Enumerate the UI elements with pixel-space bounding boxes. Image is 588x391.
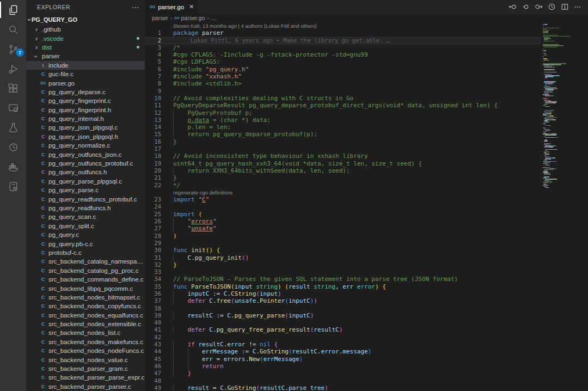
tree-item-src-backend-nodes-list-c[interactable]: Csrc_backend_nodes_list.c — [26, 328, 145, 337]
tree-item-src-backend-nodes-equalfuncs-c[interactable]: Csrc_backend_nodes_equalfuncs.c — [26, 311, 145, 320]
code-line-11[interactable]: 11PgQueryDeparseResult pg_query_deparse_… — [145, 102, 541, 109]
tree-item-pg-query-c[interactable]: Cpg_query.c — [26, 230, 145, 239]
tree-item--github[interactable]: ›.github — [26, 25, 145, 34]
code-line-20[interactable]: 20 return XXH3_64bits_withSeed(data, len… — [145, 167, 541, 174]
tree-item-pg-query-readfuncs-h[interactable]: Cpg_query_readfuncs.h — [26, 204, 145, 212]
code-line-44[interactable]: 44 errMessage := C.GoString(resultC.erro… — [145, 348, 541, 355]
open-changes-icon[interactable] — [522, 3, 530, 11]
tree-item-src-backend-nodes-extensible-c[interactable]: Csrc_backend_nodes_extensible.c — [26, 320, 145, 328]
tree-item-pg-query-parse-c[interactable]: Cpg_query_parse.c — [26, 186, 145, 194]
code-line-38[interactable]: 38 — [145, 305, 541, 312]
code-line-36[interactable]: 36 inputC := C.CString(input) — [145, 290, 541, 297]
code-line-34[interactable]: 34// ParseToJSON - Parses the given SQL … — [145, 276, 541, 283]
tree-item-pg-query-internal-h[interactable]: Cpg_query_internal.h — [26, 114, 145, 123]
code-line-6[interactable]: 6#include "pg_query.h" — [145, 66, 541, 73]
code-line-13[interactable]: 13 p.data = (char *) data; — [145, 117, 541, 124]
code-line-49[interactable]: 49 result = C.GoString(resultC.parse_tre… — [145, 384, 541, 391]
gitlens-icon[interactable] — [0, 137, 26, 157]
tree-item-src-backend-nodes-value-c[interactable]: Csrc_backend_nodes_value.c — [26, 355, 145, 364]
tree-item-src-backend-nodes-makefuncs-c[interactable]: Csrc_backend_nodes_makefuncs.c — [26, 338, 145, 346]
workspace-section-header[interactable]: › PG_QUERY_GO — [26, 14, 145, 25]
more-actions-icon[interactable]: ⋯ — [574, 3, 581, 11]
tree-item-pg-query-outfuncs-protobuf-c[interactable]: Cpg_query_outfuncs_protobuf.c — [26, 159, 145, 168]
code-line-9[interactable]: 9 — [145, 88, 541, 95]
remote-explorer-icon[interactable] — [0, 98, 26, 118]
extensions-icon[interactable] — [0, 78, 26, 98]
code-area[interactable]: Steven Kalt, 13 months ago | 4 authors (… — [145, 22, 541, 391]
tree-item-parser-go[interactable]: GOparser.go — [26, 78, 145, 87]
code-line-28[interactable]: 28) — [145, 233, 541, 240]
code-line-21[interactable]: 21} — [145, 174, 541, 181]
breadcrumb-item[interactable]: GOparser.go — [174, 15, 205, 21]
tree-item-pg-query-json-plpgsql-h[interactable]: Cpg_query_json_plpgsql.h — [26, 132, 145, 141]
tree-item-pg-query-deparse-c[interactable]: Cpg_query_deparse.c — [26, 88, 145, 96]
tree-item-pg-query-fingerprint-c[interactable]: Cpg_query_fingerprint.c — [26, 96, 145, 105]
code-line-46[interactable]: 46 return — [145, 363, 541, 370]
code-line-31[interactable]: 31 C.pg_query_init() — [145, 254, 541, 261]
explorer-more-actions-icon[interactable]: ⋯ — [132, 3, 139, 11]
code-line-48[interactable]: 48 — [145, 377, 541, 384]
code-line-10[interactable]: 10// Avoid complexities dealing with C s… — [145, 95, 541, 102]
tree-item-include[interactable]: ›include — [26, 61, 145, 70]
explorer-icon[interactable] — [0, 0, 26, 20]
tree-item-pg-query-fingerprint-h[interactable]: Cpg_query_fingerprint.h — [26, 106, 145, 114]
tree-item-parser[interactable]: ›parser — [26, 52, 145, 60]
source-control-icon[interactable]: 7 — [0, 39, 26, 59]
code-line-37[interactable]: 37 defer C.free(unsafe.Pointer(inputC)) — [145, 297, 541, 304]
code-line-26[interactable]: 26 "errors" — [145, 218, 541, 225]
code-line-42[interactable]: 42 — [145, 334, 541, 341]
code-line-23[interactable]: 23import "C" — [145, 196, 541, 203]
tree-item-src-backend-parser-gram-c[interactable]: Csrc_backend_parser_gram.c — [26, 364, 145, 373]
tree-item-src-backend-libpq-pqcomm-c[interactable]: Csrc_backend_libpq_pqcomm.c — [26, 284, 145, 292]
tree-item-guc-file-c[interactable]: Cguc-file.c — [26, 70, 145, 78]
code-line-7[interactable]: 7#include "xxhash.h" — [145, 73, 541, 80]
code-line-29[interactable]: 29 — [145, 240, 541, 247]
open-changes-next-icon[interactable] — [535, 3, 543, 11]
open-changes-prev-icon[interactable] — [509, 3, 517, 11]
code-line-12[interactable]: 12 PgQueryProtobuf p; — [145, 109, 541, 117]
testing-icon[interactable] — [0, 118, 26, 137]
code-line-19[interactable]: 19uint64_t pg_query_hash_xxh3_64(void *d… — [145, 160, 541, 167]
code-line-41[interactable]: 41 defer C.pg_query_free_parse_result(re… — [145, 326, 541, 333]
close-tab-icon[interactable]: ✕ — [189, 3, 194, 10]
code-line-1[interactable]: 1package parser — [145, 29, 541, 36]
project-manager-icon[interactable] — [0, 176, 26, 196]
code-line-3[interactable]: 3/* — [145, 44, 541, 51]
tree-item-src-backend-parser-parse-expr-c[interactable]: Csrc_backend_parser_parse_expr.c — [26, 373, 145, 382]
tree-item-pg-query-scan-c[interactable]: Cpg_query_scan.c — [26, 212, 145, 221]
tree-item--vscode[interactable]: ›.vscode — [26, 34, 145, 42]
tree-item-pg-query-outfuncs-h[interactable]: Cpg_query_outfuncs.h — [26, 168, 145, 176]
code-line-32[interactable]: 32} — [145, 261, 541, 268]
code-lens[interactable]: regenerate cgo definitions — [145, 189, 541, 196]
code-line-2[interactable]: 2Lukas Fittl, 6 years ago • Make the lib… — [145, 37, 541, 44]
code-line-22[interactable]: 22*/ — [145, 182, 541, 189]
tree-item-protobuf-c-c[interactable]: Cprotobuf-c.c — [26, 248, 145, 257]
code-line-43[interactable]: 43 if resultC.error != nil { — [145, 341, 541, 348]
code-line-24[interactable]: 24 — [145, 203, 541, 210]
code-line-30[interactable]: 30func init() { — [145, 247, 541, 254]
code-line-15[interactable]: 15 return pg_query_deparse_protobuf(p); — [145, 131, 541, 138]
search-icon[interactable] — [0, 20, 26, 39]
code-line-16[interactable]: 16} — [145, 138, 541, 145]
tree-item-src-backend-nodes-nodefuncs-c[interactable]: Csrc_backend_nodes_nodeFuncs.c — [26, 346, 145, 355]
docker-icon[interactable] — [0, 157, 26, 176]
code-line-25[interactable]: 25import ( — [145, 211, 541, 218]
tree-item-pg-query-pb-c-c[interactable]: Cpg_query.pb-c.c — [26, 239, 145, 248]
code-lens[interactable]: Steven Kalt, 13 months ago | 4 authors (… — [145, 22, 541, 29]
code-line-27[interactable]: 27 "unsafe" — [145, 225, 541, 232]
code-line-17[interactable]: 17 — [145, 145, 541, 152]
tab-parser-go[interactable]: GO parser.go ✕ — [145, 0, 199, 14]
tree-item-src-backend-nodes-bitmapset-c[interactable]: Csrc_backend_nodes_bitmapset.c — [26, 293, 145, 302]
file-history-icon[interactable] — [548, 3, 556, 11]
code-line-40[interactable]: 40 — [145, 319, 541, 326]
tree-item-src-backend-parser-parser-c[interactable]: Csrc_backend_parser_parser.c — [26, 382, 145, 391]
code-line-47[interactable]: 47 } — [145, 370, 541, 377]
tree-item-src-backend-commands-define-c[interactable]: Csrc_backend_commands_define.c — [26, 275, 145, 284]
code-line-8[interactable]: 8#include <stdlib.h> — [145, 80, 541, 87]
tree-item-pg-query-outfuncs-json-c[interactable]: Cpg_query_outfuncs_json.c — [26, 150, 145, 158]
breadcrumb-item[interactable]: parser — [152, 15, 168, 21]
code-line-14[interactable]: 14 p.len = len; — [145, 124, 541, 131]
tree-item-pg-query-normalize-c[interactable]: Cpg_query_normalize.c — [26, 141, 145, 150]
code-line-35[interactable]: 35func ParseToJSON(input string) (result… — [145, 283, 541, 290]
breadcrumb-item[interactable]: … — [211, 15, 217, 21]
